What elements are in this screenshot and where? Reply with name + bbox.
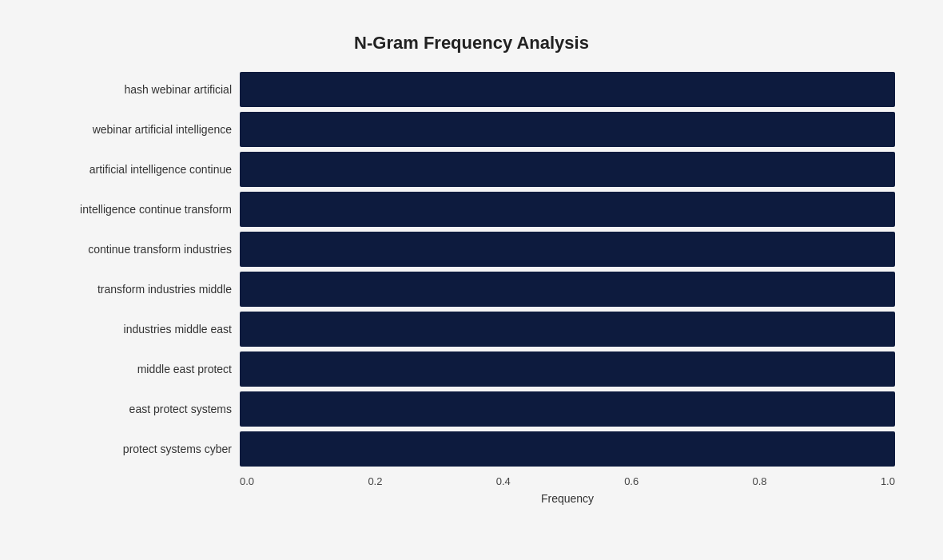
bar-row: continue transform industries bbox=[48, 229, 895, 269]
bar-fill bbox=[240, 192, 895, 227]
bar-track bbox=[240, 431, 895, 467]
bar-label: webinar artificial intelligence bbox=[48, 123, 240, 136]
bar-track bbox=[240, 351, 895, 387]
bar-label: artificial intelligence continue bbox=[48, 163, 240, 176]
bar-track bbox=[240, 112, 895, 147]
x-axis-label: 0.2 bbox=[368, 475, 382, 487]
bar-row: artificial intelligence continue bbox=[48, 149, 895, 189]
bar-label: transform industries middle bbox=[48, 283, 240, 296]
bar-fill bbox=[240, 232, 895, 267]
bar-label: continue transform industries bbox=[48, 243, 240, 256]
chart-title: N-Gram Frequency Analysis bbox=[48, 33, 895, 54]
bar-fill bbox=[240, 351, 895, 387]
x-axis-label: 0.8 bbox=[753, 475, 767, 487]
bar-row: intelligence continue transform bbox=[48, 189, 895, 229]
bars-section: hash webinar artificialwebinar artificia… bbox=[48, 70, 895, 469]
x-axis-labels: 0.00.20.40.60.81.0 bbox=[240, 475, 895, 487]
bar-fill bbox=[240, 112, 895, 147]
bar-track bbox=[240, 72, 895, 107]
bar-label: middle east protect bbox=[48, 363, 240, 375]
x-axis-title: Frequency bbox=[48, 487, 895, 505]
bar-fill bbox=[240, 391, 895, 427]
bar-label: east protect systems bbox=[48, 403, 240, 415]
bar-row: industries middle east bbox=[48, 309, 895, 349]
bar-track bbox=[240, 232, 895, 267]
x-axis-label: 1.0 bbox=[881, 475, 895, 487]
bar-row: protect systems cyber bbox=[48, 429, 895, 469]
bar-track bbox=[240, 152, 895, 187]
bar-fill bbox=[240, 72, 895, 107]
bar-label: intelligence continue transform bbox=[48, 203, 240, 216]
bar-track bbox=[240, 192, 895, 227]
chart-container: N-Gram Frequency Analysis hash webinar a… bbox=[32, 17, 911, 544]
bar-fill bbox=[240, 152, 895, 187]
x-axis-label: 0.4 bbox=[496, 475, 511, 487]
bar-track bbox=[240, 272, 895, 307]
bar-track bbox=[240, 312, 895, 347]
bar-fill bbox=[240, 312, 895, 347]
bar-row: webinar artificial intelligence bbox=[48, 109, 895, 149]
bar-fill bbox=[240, 431, 895, 467]
bar-row: transform industries middle bbox=[48, 269, 895, 309]
x-axis-label: 0.6 bbox=[624, 475, 639, 487]
bar-row: east protect systems bbox=[48, 389, 895, 429]
bar-fill bbox=[240, 272, 895, 307]
bar-label: protect systems cyber bbox=[48, 443, 240, 455]
bar-track bbox=[240, 391, 895, 427]
bar-label: industries middle east bbox=[48, 323, 240, 336]
bar-row: middle east protect bbox=[48, 349, 895, 389]
x-axis-label: 0.0 bbox=[240, 475, 254, 487]
chart-area: hash webinar artificialwebinar artificia… bbox=[48, 70, 895, 469]
x-axis: 0.00.20.40.60.81.0 bbox=[48, 469, 895, 487]
bar-row: hash webinar artificial bbox=[48, 70, 895, 109]
bar-label: hash webinar artificial bbox=[48, 83, 240, 96]
